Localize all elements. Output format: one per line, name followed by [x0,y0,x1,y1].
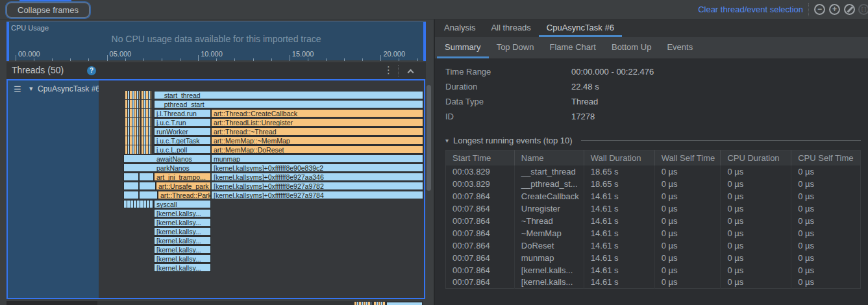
flame-frame[interactable]: [kernel.kallsyms]+0xffffff8e927a9782 [211,182,423,190]
events-row[interactable]: 00:07.864CreateCallback14.61 s0 µs0 µs0 … [446,190,861,202]
subtab-bottom-up[interactable]: Bottom Up [604,37,659,58]
flame-frame-fragment[interactable] [139,173,154,181]
summary-row: Time Range00:00.000 - 00:22.476 [445,64,858,79]
flame-frame-fragment[interactable] [123,182,139,190]
more-options-icon[interactable]: ⋮ [384,64,393,76]
flame-frame-fragment[interactable] [123,191,139,199]
flame-frame[interactable]: art::Unsafe_park [156,182,211,190]
events-row[interactable]: 00:03.829__start_thread18.65 s0 µs0 µs0 … [446,165,861,178]
flame-frame-fragment[interactable] [142,118,151,127]
flame-frame[interactable]: [kernel.kallsyms]+0xffffff8e90e839c2 [211,164,423,172]
events-column-header[interactable]: Start Time [446,151,515,165]
flame-frame[interactable]: parkNanos [123,164,211,172]
flame-frame-fragment[interactable] [125,136,140,145]
flame-frame-fragment[interactable] [125,91,140,99]
flame-frame-fragment[interactable] [354,302,371,305]
timeline-tick-label: 10.000 [201,50,223,58]
tab-cpuasynctask-6[interactable]: CpuAsyncTask #6 [539,19,622,37]
tab-analysis[interactable]: Analysis [436,19,483,37]
next-thread-name-panel[interactable] [6,301,97,305]
flame-frame[interactable]: art::MemMap::~MemMap [211,136,423,145]
flame-frame[interactable]: syscall [154,200,211,208]
flame-frame-fragment[interactable] [142,91,151,99]
flame-frame-fragment[interactable] [125,109,140,117]
section-arrow-icon[interactable]: ▾ [445,137,449,144]
events-row[interactable]: 00:07.864[kernel.kalls...14.61 s0 µs0 µs… [446,264,861,276]
events-row[interactable]: 00:07.864Unregister14.61 s0 µs0 µs0 µs [446,202,861,215]
collapse-frames-button[interactable]: Collapse frames [6,3,90,18]
subtab-top-down[interactable]: Top Down [489,37,542,58]
flame-frame[interactable]: [kernel.kallsy... [154,209,211,217]
flame-frame-fragment[interactable] [142,100,151,108]
flame-frame-fragment[interactable] [142,145,151,154]
events-row[interactable]: 00:07.864DoReset14.61 s0 µs0 µs0 µs [446,239,861,252]
next-thread-track[interactable] [6,301,425,305]
flame-frame-fragment[interactable] [386,302,423,305]
flame-frame[interactable]: [kernel.kallsy... [154,245,211,254]
thread-name-panel[interactable]: ☰ ▾ CpuAsyncTask #6 [8,80,99,298]
cpu-usage-panel[interactable]: CPU Usage No CPU usage data available fo… [6,21,426,60]
subtab-summary[interactable]: Summary [437,37,489,58]
flame-frame[interactable]: munmap [211,154,423,163]
events-row[interactable]: 00:07.864munmap14.61 s0 µs0 µs0 µs [446,252,861,264]
flame-frame[interactable]: __pthread_start [154,100,423,108]
flame-frame-fragment[interactable] [125,127,140,136]
flame-frame[interactable]: [kernel.kallsy... [154,254,211,263]
drag-handle-icon[interactable]: ☰ [14,84,21,94]
flame-frame[interactable]: j.u.c.T.run [154,118,211,127]
events-row[interactable]: 00:07.864~MemMap14.61 s0 µs0 µs0 µs [446,227,861,239]
events-column-header[interactable]: Name [514,151,584,165]
flame-frame[interactable]: awaitNanos [123,154,211,163]
flame-frame[interactable]: j.u.c.T.getTask [154,136,211,145]
expand-arrow-icon[interactable]: ▾ [29,84,33,93]
events-row[interactable]: 00:07.864[kernel.kalls...14.61 s0 µs0 µs… [446,276,861,289]
subtab-events[interactable]: Events [659,37,701,58]
reset-zoom-icon[interactable] [844,4,855,15]
flame-frame[interactable]: art::ThreadList::Unregister [211,118,423,127]
tab-all-threads[interactable]: All threads [483,19,538,37]
flame-frame[interactable]: [kernel.kallsyms]+0xffffff8e927aa346 [211,173,423,181]
flame-frame[interactable]: j.u.c.L.poll [154,145,211,154]
flame-frame-fragment[interactable] [125,118,140,127]
flame-frame[interactable]: [kernel.kallsy... [154,236,211,245]
flame-frame-fragment[interactable] [142,109,151,117]
flame-frame-fragment[interactable] [123,173,139,181]
flame-frame-fragment[interactable] [374,302,386,305]
flame-frame-fragment[interactable] [125,100,140,108]
flame-frame[interactable]: [kernel.kallsyms]+0xffffff8e927a9784 [211,191,423,199]
flame-frame[interactable]: runWorker [154,127,211,136]
events-row[interactable]: 00:07.864~Thread14.61 s0 µs0 µs0 µs [446,215,861,227]
flame-frame[interactable]: __start_thread [154,91,423,99]
flame-frame[interactable]: art_jni_trampo... [154,173,211,181]
flame-frame-fragment[interactable] [139,182,156,190]
flame-frame-fragment[interactable] [142,136,151,145]
zoom-out-icon[interactable]: − [814,4,825,15]
flame-frame[interactable]: art::Thread::CreateCallback [211,109,423,117]
help-icon[interactable]: ? [87,66,96,75]
events-column-header[interactable]: CPU Duration [721,151,791,165]
subtab-flame-chart[interactable]: Flame Chart [541,37,604,58]
flame-frame[interactable]: [kernel.kallsy... [154,218,211,226]
thread-track[interactable]: ☰ ▾ CpuAsyncTask #6 __start_thread__pthr… [6,79,425,299]
flame-frame-fragment[interactable] [125,145,140,154]
flame-frame[interactable]: [kernel.kallsy... [154,227,211,236]
flame-frame-fragment[interactable] [142,127,151,136]
flame-frame-fragment[interactable] [123,200,154,208]
flame-frame[interactable]: art::MemMap::DoReset [211,145,423,154]
flame-frame-fragment[interactable] [139,191,158,199]
clear-selection-link[interactable]: Clear thread/event selection [698,5,803,14]
events-column-header[interactable]: Wall Duration [584,151,654,165]
events-column-header[interactable]: CPU Self Time [791,151,861,165]
events-row[interactable]: 00:03.829__pthread_st...18.65 s0 µs0 µs0… [446,178,861,190]
events-section-header[interactable]: ▾ Longest running events (top 10) [445,136,861,145]
events-column-header[interactable]: Wall Self Time [654,151,721,165]
flame-frame[interactable]: art::Thread::Park [158,191,211,199]
flame-frame[interactable]: art::Thread::~Thread [211,127,423,136]
flame-frame[interactable]: j.l.Thread.run [154,109,211,117]
zoom-in-icon[interactable]: + [829,4,840,15]
next-thread-flame[interactable] [97,301,423,305]
threads-scrollbar[interactable] [427,85,431,191]
flame-chart[interactable]: __start_thread__pthread_startj.l.Thread.… [99,80,424,298]
collapse-section-icon[interactable] [406,67,416,77]
flame-frame[interactable]: [kernel.kallsy... [154,263,211,272]
